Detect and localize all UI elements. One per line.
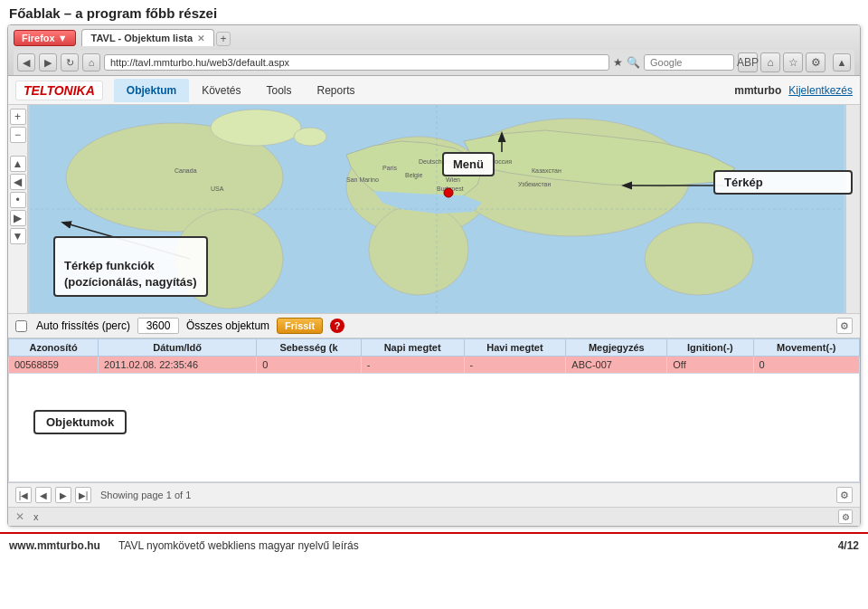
reload-button[interactable]: ↻ xyxy=(61,53,79,71)
svg-point-8 xyxy=(645,223,753,295)
cell-datetime: 2011.02.08. 22:35:46 xyxy=(99,357,257,374)
svg-text:Wien: Wien xyxy=(446,176,460,183)
terkep-funkciok-annotation-box: Térkép funkciók (pozícionálás, nagyítás) xyxy=(53,236,208,297)
browser-status-bar: ✕ x ⚙ xyxy=(8,507,860,526)
nav-logout[interactable]: Kijelentkezés xyxy=(788,84,853,97)
cell-ignition: Off xyxy=(667,357,753,374)
terkep-funkciok-label: Térkép funkciók (pozícionálás, nagyítás) xyxy=(64,259,197,289)
page-title: Főablak – a program főbb részei xyxy=(0,0,868,24)
col-movement: Movement(-) xyxy=(753,339,859,357)
pan-up-button[interactable]: ▲ xyxy=(10,156,26,172)
auto-frissites-checkbox[interactable] xyxy=(15,320,27,332)
browser-chrome: Firefox ▼ TAVL - Objektum lista ✕ + ◀ ▶ … xyxy=(8,25,860,76)
firefox-dropdown-icon: ▼ xyxy=(58,33,68,43)
search-input[interactable] xyxy=(644,54,734,71)
col-ignition: Ignition(-) xyxy=(667,339,753,357)
app-content: TELTONIKA Objektum Követés Tools Reports… xyxy=(8,76,860,526)
pan-right-button[interactable]: ▶ xyxy=(10,210,26,226)
firefox-button[interactable]: Firefox ▼ xyxy=(14,30,76,46)
frissites-input[interactable] xyxy=(137,318,179,334)
home-button[interactable]: ⌂ xyxy=(82,53,100,71)
svg-text:Узбекистан: Узбекистан xyxy=(518,181,552,187)
zoom-out-button[interactable]: − xyxy=(10,127,26,143)
table-body: 00568859 2011.02.08. 22:35:46 0 - - ABC-… xyxy=(9,357,860,482)
header-row: Azonosító Dátum/Idő Sebesség (k Napi meg… xyxy=(9,339,860,357)
svg-text:San Marino: San Marino xyxy=(346,176,379,183)
zoom-in-button[interactable]: + xyxy=(10,109,26,125)
svg-text:Казахстан: Казахстан xyxy=(532,167,561,174)
col-napi: Napi megtet xyxy=(361,339,464,357)
table-row[interactable]: 00568859 2011.02.08. 22:35:46 0 - - ABC-… xyxy=(9,357,860,374)
col-azonosito: Azonosító xyxy=(9,339,99,357)
settings-icon[interactable]: ⚙ xyxy=(806,52,826,72)
osszes-objektum-label: Összes objektum xyxy=(186,319,269,332)
nav-right: mmturbo Kijelentkezés xyxy=(734,84,853,97)
app-nav: TELTONIKA Objektum Követés Tools Reports… xyxy=(8,76,860,105)
browser-window: Firefox ▼ TAVL - Objektum lista ✕ + ◀ ▶ … xyxy=(7,24,861,527)
footer-title: TAVL nyomkövető webkliens magyar nyelvű … xyxy=(118,539,838,552)
cell-movement: 0 xyxy=(753,357,859,374)
page-prev-button[interactable]: ◀ xyxy=(35,487,52,503)
control-bar: Auto frissítés (perc) Összes objektum Fr… xyxy=(8,313,860,338)
cell-napi: - xyxy=(361,357,464,374)
maximize-button[interactable]: ▲ xyxy=(833,53,851,71)
data-table: Azonosító Dátum/Idő Sebesség (k Napi meg… xyxy=(8,338,860,482)
svg-point-2 xyxy=(369,205,468,295)
map-right-scrollbar[interactable] xyxy=(845,105,860,313)
footer-page: 4/12 xyxy=(838,539,859,552)
back-button[interactable]: ◀ xyxy=(17,53,35,71)
firefox-label: Firefox xyxy=(22,33,55,43)
svg-text:Paris: Paris xyxy=(382,165,397,171)
pan-left-button[interactable]: ◀ xyxy=(10,174,26,190)
frissit-button[interactable]: Frissít xyxy=(277,318,323,334)
nav-item-objektum[interactable]: Objektum xyxy=(114,79,189,102)
help-button[interactable]: ? xyxy=(330,319,344,333)
svg-point-7 xyxy=(294,128,326,146)
nav-item-tools[interactable]: Tools xyxy=(254,79,305,102)
forward-button[interactable]: ▶ xyxy=(39,53,57,71)
data-table-container: Azonosító Dátum/Idő Sebesség (k Napi meg… xyxy=(8,338,860,482)
search-icon: 🔍 xyxy=(627,56,640,69)
col-megjegyzes: Megjegyzés xyxy=(566,339,667,357)
table-header: Azonosító Dátum/Idő Sebesség (k Napi meg… xyxy=(9,339,860,357)
cell-havi: - xyxy=(464,357,566,374)
svg-text:Belgie: Belgie xyxy=(405,172,423,179)
browser-tab-active[interactable]: TAVL - Objektum lista ✕ xyxy=(81,29,214,46)
nav-item-reports[interactable]: Reports xyxy=(305,79,368,102)
new-tab-button[interactable]: + xyxy=(216,32,231,46)
logo-text: TELTONIKA xyxy=(24,83,95,98)
auto-frissites-label: Auto frissítés (perc) xyxy=(36,319,130,332)
page-first-button[interactable]: |◀ xyxy=(15,487,32,503)
page-next-button[interactable]: ▶ xyxy=(55,487,71,503)
cell-megjegyzes: ABC-007 xyxy=(566,357,667,374)
tab-close-icon[interactable]: ✕ xyxy=(197,33,204,43)
home-toolbar-icon[interactable]: ⌂ xyxy=(760,52,780,72)
terkep-annotation-box: Térkép xyxy=(713,170,853,195)
status-close-button[interactable]: ✕ xyxy=(15,510,24,523)
browser-address-bar: ◀ ▶ ↻ ⌂ ★ 🔍 ABP ⌂ ☆ ⚙ ▲ xyxy=(14,50,854,75)
objektumok-annotation-box: Objektumok xyxy=(33,410,127,434)
nav-item-kovetes[interactable]: Követés xyxy=(189,79,253,102)
map-area[interactable]: + − ▲ ◀ • ▶ ▼ xyxy=(8,105,860,313)
footer-url: www.mmturbo.hu xyxy=(9,539,100,552)
pagination-bar: |◀ ◀ ▶ ▶| Showing page 1 of 1 ⚙ xyxy=(8,482,860,507)
abp-icon[interactable]: ABP xyxy=(738,52,758,72)
status-settings-icon[interactable]: ⚙ xyxy=(838,509,853,524)
bookmark-icon[interactable]: ☆ xyxy=(783,52,803,72)
svg-point-22 xyxy=(444,188,453,197)
svg-point-6 xyxy=(211,109,301,146)
col-havi: Havi megtet xyxy=(464,339,566,357)
table-row-empty xyxy=(9,374,860,482)
page-last-button[interactable]: ▶| xyxy=(75,487,91,503)
app-logo: TELTONIKA xyxy=(15,81,103,100)
page-settings-icon[interactable]: ⚙ xyxy=(836,487,853,503)
settings-ctrl-icon[interactable]: ⚙ xyxy=(836,318,853,334)
address-input[interactable] xyxy=(104,54,609,71)
map-left-controls: + − ▲ ◀ • ▶ ▼ xyxy=(8,105,28,313)
svg-text:USA: USA xyxy=(211,186,224,192)
pan-center-button[interactable]: • xyxy=(10,192,26,208)
cell-azonosito: 00568859 xyxy=(9,357,99,374)
tab-title: TAVL - Objektum lista xyxy=(91,33,193,43)
pan-down-button[interactable]: ▼ xyxy=(10,228,26,244)
page-info: Showing page 1 of 1 xyxy=(100,490,191,500)
